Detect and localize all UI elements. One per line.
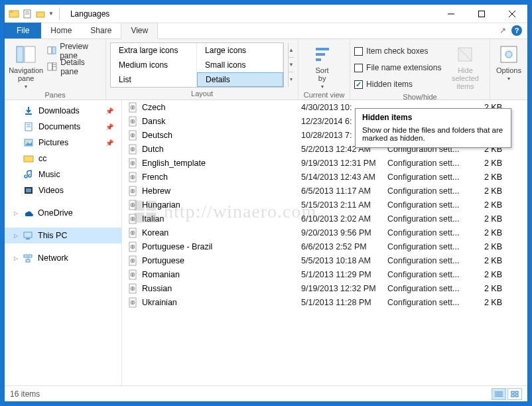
checkbox-checked-icon: [354, 80, 363, 89]
sort-by-button[interactable]: Sort by: [302, 41, 342, 90]
layout-gallery[interactable]: Extra large icons Large icons Medium ico…: [110, 42, 284, 88]
file-size: 2 KB: [477, 256, 510, 265]
chevron-up-icon[interactable]: ▲: [289, 43, 294, 58]
layout-list[interactable]: List: [111, 72, 197, 87]
svg-rect-116: [511, 395, 514, 397]
group-panes: Navigation pane Preview pane Details pan…: [5, 39, 106, 100]
tab-home[interactable]: Home: [41, 23, 81, 38]
layout-extra-large[interactable]: Extra large icons: [111, 43, 197, 58]
svg-rect-14: [48, 63, 52, 70]
close-button[interactable]: [497, 5, 527, 23]
checkbox-icon: [354, 64, 363, 72]
file-icon: [127, 283, 138, 294]
file-row[interactable]: Portuguese - Brazil6/6/2013 2:52 PMConfi…: [122, 239, 527, 253]
tab-view[interactable]: View: [121, 23, 158, 39]
file-row[interactable]: Romanian5/1/2013 11:29 PMConfiguration s…: [122, 267, 527, 281]
file-name: English_template: [142, 159, 301, 168]
details-pane-button[interactable]: Details pane: [47, 60, 101, 74]
svg-rect-41: [316, 58, 321, 61]
nav-videos[interactable]: Videos: [5, 182, 121, 198]
svg-rect-95: [132, 232, 133, 234]
file-row[interactable]: Russian9/19/2013 12:32 PMConfiguration s…: [122, 281, 527, 295]
ribbon-tabs: File Home Share View ↗ ?: [5, 23, 527, 39]
file-type: Configuration sett...: [387, 270, 477, 279]
file-size: 2 KB: [477, 242, 510, 251]
file-name-extensions-toggle[interactable]: File name extensions: [354, 60, 441, 75]
file-date: 5/15/2013 2:11 AM: [301, 200, 387, 210]
svg-rect-86: [132, 190, 133, 192]
collapse-ribbon-icon[interactable]: ↗: [499, 26, 506, 35]
layout-large[interactable]: Large icons: [197, 43, 283, 58]
nav-pictures[interactable]: Pictures📌: [5, 135, 121, 151]
file-name: Dutch: [142, 145, 301, 154]
options-button[interactable]: Options: [494, 41, 523, 82]
layout-scroll[interactable]: ▲ ▼ ▾: [288, 43, 294, 87]
svg-point-50: [505, 51, 512, 58]
item-count: 16 items: [10, 389, 40, 399]
file-row[interactable]: Portuguese5/5/2013 10:18 AMConfiguration…: [122, 253, 527, 267]
item-check-boxes-toggle[interactable]: Item check boxes: [354, 44, 441, 58]
window-title: Languages: [70, 9, 109, 19]
svg-rect-62: [24, 255, 27, 257]
file-icon: [127, 241, 138, 252]
file-icon: [127, 255, 138, 266]
qat-newfolder-icon[interactable]: [35, 9, 46, 19]
nav-music[interactable]: Music: [5, 167, 121, 182]
file-type: Configuration sett...: [387, 214, 477, 224]
navigation-pane-button[interactable]: Navigation pane: [9, 41, 43, 90]
chevron-down-icon[interactable]: ▼: [289, 58, 294, 72]
svg-rect-107: [132, 287, 133, 290]
svg-rect-59: [26, 188, 31, 192]
minimize-button[interactable]: [436, 5, 466, 23]
file-name: Korean: [142, 228, 301, 237]
group-options: Options: [490, 39, 527, 100]
file-row[interactable]: Hungarian5/15/2013 2:11 AMConfiguration …: [122, 198, 527, 212]
svg-rect-40: [316, 53, 325, 56]
file-size: 2 KB: [477, 159, 510, 168]
layout-medium[interactable]: Medium icons: [111, 58, 197, 72]
nav-downloads[interactable]: Downloads📌: [5, 103, 121, 119]
file-size: 2 KB: [477, 284, 510, 293]
file-row[interactable]: English_template9/19/2013 12:31 PMConfig…: [122, 156, 527, 170]
preview-pane-button[interactable]: Preview pane: [47, 44, 101, 58]
file-size: 2 KB: [477, 228, 510, 237]
svg-rect-63: [29, 255, 32, 257]
file-row[interactable]: Hebrew6/5/2013 11:17 AMConfiguration set…: [122, 184, 527, 198]
file-row[interactable]: Italian6/10/2013 2:02 AMConfiguration se…: [122, 212, 527, 226]
tooltip: Hidden items Show or hide the files and …: [355, 108, 511, 148]
svg-rect-61: [26, 238, 30, 239]
nav-network[interactable]: ▷Network: [5, 250, 121, 266]
svg-rect-104: [132, 273, 133, 276]
svg-rect-68: [132, 106, 133, 109]
tab-file[interactable]: File: [5, 23, 41, 38]
qat-dropdown-icon[interactable]: ▼: [48, 11, 54, 17]
qat-properties-icon[interactable]: [22, 9, 33, 19]
svg-rect-13: [52, 47, 56, 54]
layout-small[interactable]: Small icons: [197, 58, 283, 72]
hidden-items-toggle[interactable]: Hidden items: [354, 77, 441, 92]
nav-documents[interactable]: Documents📌: [5, 119, 121, 135]
tab-share[interactable]: Share: [81, 23, 121, 38]
chevron-more-icon[interactable]: ▾: [289, 72, 294, 86]
svg-rect-39: [316, 48, 329, 50]
file-date: 6/6/2013 2:52 PM: [301, 242, 387, 251]
file-date: 5/5/2013 10:18 AM: [301, 256, 387, 265]
file-row[interactable]: French5/14/2013 12:43 AMConfiguration se…: [122, 170, 527, 184]
navigation-pane[interactable]: Downloads📌 Documents📌 Pictures📌 cc Music…: [5, 100, 122, 385]
layout-details[interactable]: Details: [197, 72, 283, 87]
file-row[interactable]: Ukrainian5/1/2013 11:28 PMConfiguration …: [122, 295, 527, 309]
view-details-button[interactable]: [492, 388, 506, 400]
nav-cc[interactable]: cc: [5, 151, 121, 167]
help-icon[interactable]: ?: [511, 25, 522, 36]
status-bar: 16 items: [5, 385, 527, 401]
nav-onedrive[interactable]: ▷OneDrive: [5, 205, 121, 221]
hide-selected-button[interactable]: Hide selected items: [445, 41, 485, 90]
nav-this-pc[interactable]: ▷This PC: [5, 228, 121, 243]
svg-rect-114: [511, 391, 514, 393]
svg-rect-83: [132, 176, 133, 178]
svg-rect-12: [48, 47, 52, 54]
svg-rect-60: [24, 232, 32, 237]
maximize-button[interactable]: [466, 5, 497, 23]
view-large-icons-button[interactable]: [507, 388, 522, 400]
file-row[interactable]: Korean9/20/2013 9:56 PMConfiguration set…: [122, 226, 527, 239]
